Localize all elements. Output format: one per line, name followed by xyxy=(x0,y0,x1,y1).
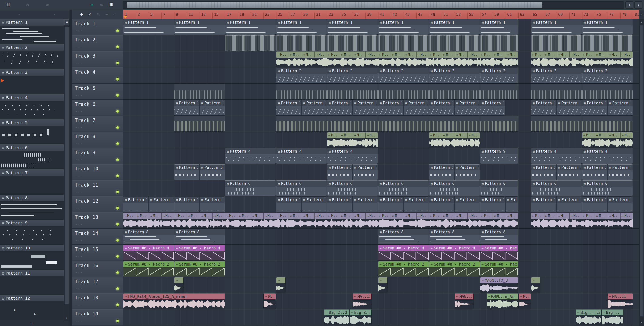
pattern-clip[interactable]: ▤Pattern 3 xyxy=(276,100,302,115)
audio-clip-run[interactable]: ↦M..↦M..↦M..↦M..↦M..↦M..↦M..↦M..↦M..↦M..… xyxy=(276,52,518,67)
add-marker-icon[interactable]: + xyxy=(80,12,83,17)
pattern-clip[interactable]: ▤Pattern 7 xyxy=(531,197,556,212)
audio-cell-header[interactable]: ↦M.. xyxy=(442,132,455,138)
audio-clip[interactable]: ↦ xyxy=(276,277,286,293)
audio-cell-header[interactable]: ↦M.. xyxy=(340,132,353,138)
audio-cell-header[interactable]: ↦M.. xyxy=(493,52,506,58)
audio-cell-header[interactable]: ↦M.. xyxy=(455,213,468,219)
pattern-list-item[interactable]: ▤Pattern 9 xyxy=(0,220,64,245)
audio-cell-header[interactable]: ↦M.. xyxy=(251,213,264,219)
pattern-item-header[interactable]: ▤Pattern 1 xyxy=(0,19,64,26)
stretch-tool-icon[interactable]: ⇔ xyxy=(113,12,116,17)
audio-cell-header[interactable]: ↦M.. xyxy=(506,213,518,219)
pattern-clip-striped[interactable] xyxy=(276,116,327,132)
pattern-item-header[interactable]: ▤Pattern 6 xyxy=(0,144,64,151)
audio-cell-header[interactable]: ↦M.. xyxy=(557,213,570,219)
audio-cell-header[interactable]: ↦M.. xyxy=(455,52,468,58)
picker-panel-icon[interactable]: Ш xyxy=(7,3,10,8)
audio-clip[interactable]: ↦Big_.._C# xyxy=(601,309,624,325)
pattern-item-header[interactable]: ▤Pattern 3 xyxy=(0,69,64,76)
track-mute-led[interactable] xyxy=(116,126,119,129)
pattern-clip[interactable]: ▤Pattern 7 xyxy=(378,197,404,212)
pattern-clip[interactable]: ▤Pattern 7 xyxy=(302,197,327,212)
pattern-list-item[interactable]: ▤Pattern 4 xyxy=(0,94,64,119)
automation-clip[interactable]: ∞Serum #8 - Macro 2 xyxy=(429,261,480,277)
audio-cell-header[interactable]: ↦M.. xyxy=(416,213,429,219)
audio-clip[interactable]: ↦FMD_Kit4_Atmos_125_A_minor xyxy=(123,293,225,309)
pattern-clip[interactable]: ▤Pattern 7 xyxy=(480,197,505,212)
pattern-clip[interactable]: ▤Pattern 7 xyxy=(429,197,454,212)
audio-cell-header[interactable]: ↦M.. xyxy=(429,52,442,58)
pattern-clip-striped[interactable] xyxy=(531,35,582,51)
track-header[interactable]: Track 6... xyxy=(72,100,123,116)
automation-clip[interactable]: ∞Serum #8 - Macro 2 xyxy=(480,261,518,277)
pattern-item-header[interactable]: ▤Pattern 10 xyxy=(0,245,64,251)
audio-clip[interactable]: ↦Big_Z..O xyxy=(350,309,372,325)
pattern-clip[interactable]: ▤Pattern 1 xyxy=(429,19,480,35)
pattern-clip-striped[interactable] xyxy=(429,35,480,51)
audio-cell-header[interactable]: ↦M.. xyxy=(327,52,340,58)
paint-tool-icon[interactable]: ▰ xyxy=(105,12,108,17)
audio-cell-header[interactable]: ↦M.. xyxy=(608,132,620,138)
pattern-clip[interactable]: ▤Pattern 7 xyxy=(454,197,480,212)
pattern-clip-striped[interactable] xyxy=(174,116,225,132)
audio-clip[interactable]: ↦ xyxy=(531,277,540,293)
pattern-clip-striped[interactable] xyxy=(378,35,429,51)
scroll-right-button[interactable]: › xyxy=(634,1,642,9)
pattern-clip[interactable]: ▤Pattern 3 xyxy=(454,100,480,115)
pattern-clip[interactable]: ▤Pattern 6 xyxy=(327,181,378,196)
pattern-clip-striped[interactable] xyxy=(276,35,327,51)
pattern-clip[interactable]: ▤Pattern 3 xyxy=(353,100,378,115)
pattern-clip[interactable]: ▤Pattern 1 xyxy=(378,19,429,35)
track-mute-led[interactable] xyxy=(116,158,119,161)
audio-cell-header[interactable]: ↦M.. xyxy=(620,132,633,138)
track-header[interactable]: Track 13... xyxy=(72,213,123,229)
slice-tool-icon[interactable]: × xyxy=(88,12,91,17)
track-mute-led[interactable] xyxy=(116,319,119,323)
track-mute-led[interactable] xyxy=(116,239,119,242)
playlist-lanes[interactable]: ▤Pattern 1▤Pattern 1▤Pattern 1▤Pattern 1… xyxy=(123,19,639,325)
ruler-corner-menu-button[interactable]: ≣ xyxy=(639,10,644,19)
track-mute-led[interactable] xyxy=(116,45,119,49)
pattern-item-header[interactable]: ▤Pattern 5 xyxy=(0,119,64,126)
pattern-clip[interactable]: ▤Pattern 3 xyxy=(608,100,633,115)
horizontal-scrollbar-handle[interactable] xyxy=(126,2,542,8)
audio-cell-header[interactable]: ↦M.. xyxy=(608,52,620,58)
pattern-clip[interactable]: ▤Pattern 3 xyxy=(327,100,352,115)
pattern-clip[interactable]: ▤Pattern 1 xyxy=(225,19,276,35)
pattern-item-header[interactable]: ▤Pattern 4 xyxy=(0,94,64,101)
audio-cell-header[interactable]: ↦M.. xyxy=(149,213,162,219)
audio-cell-header[interactable]: ↦M.. xyxy=(557,52,570,58)
track-mute-led[interactable] xyxy=(116,190,119,194)
audio-cell-header[interactable]: ↦M.. xyxy=(506,52,518,58)
pattern-clip[interactable]: ▤Pattern 4 xyxy=(276,148,327,164)
sidebar-scrollbar-handle[interactable] xyxy=(65,27,69,304)
audio-cell-header[interactable]: ↦M.. xyxy=(404,213,416,219)
audio-cell-header[interactable]: ↦M.. xyxy=(200,213,213,219)
audio-clip[interactable]: ↦MAGN..FX_8 xyxy=(480,277,518,293)
pattern-clip-striped[interactable] xyxy=(582,116,633,132)
pattern-clip[interactable]: ▤Pattern 4 xyxy=(225,148,276,164)
pattern-clip[interactable]: ▤Pattern 5 xyxy=(582,164,607,180)
audio-clip-run[interactable]: ↦M..↦M..↦M..↦M.. xyxy=(327,132,378,148)
add-pattern-button[interactable]: + xyxy=(0,321,64,326)
pattern-clip-striped[interactable] xyxy=(531,116,582,132)
audio-cell-header[interactable]: ↦M.. xyxy=(302,52,314,58)
audio-cell-header[interactable]: ↦M.. xyxy=(595,52,608,58)
pattern-clip-striped[interactable] xyxy=(429,116,480,132)
pattern-list-item[interactable]: ▤Pattern 2 xyxy=(0,44,64,69)
audio-clip[interactable]: ↦Big_.._C# xyxy=(576,309,601,325)
link-tool-icon[interactable]: ∞ xyxy=(100,3,103,8)
track-header[interactable]: Track 17... xyxy=(72,277,123,293)
pattern-clip[interactable]: ▤Pattern 9 xyxy=(480,148,518,164)
pattern-clip[interactable]: ▤Pattern 7 xyxy=(582,197,607,212)
audio-cell-header[interactable]: ↦M.. xyxy=(314,52,327,58)
pattern-item-header[interactable]: ▤Pattern 11 xyxy=(0,270,64,276)
pattern-clip[interactable]: ▤Pattern 2 xyxy=(531,68,582,83)
pattern-clip[interactable]: ▤Pattern 3 xyxy=(404,100,429,115)
audio-cell-header[interactable]: ↦M.. xyxy=(582,52,595,58)
pattern-clip-striped[interactable] xyxy=(582,84,633,99)
audio-cell-header[interactable]: ↦M.. xyxy=(455,132,468,138)
track-mute-led[interactable] xyxy=(116,174,119,178)
audio-cell-header[interactable]: ↦M.. xyxy=(226,213,238,219)
